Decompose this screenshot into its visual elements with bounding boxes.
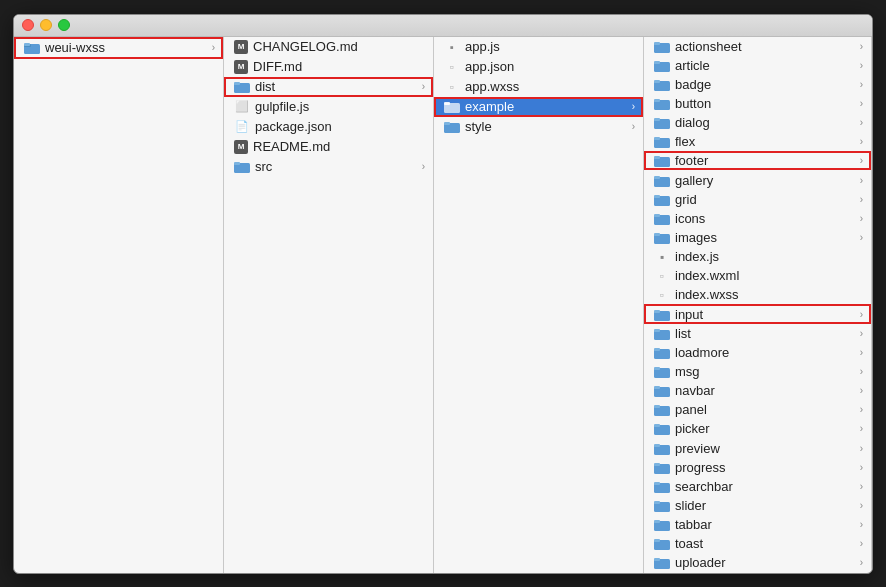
item-label: toast xyxy=(675,536,703,551)
list-item-tabbar[interactable]: tabbar › xyxy=(644,515,871,534)
svg-rect-58 xyxy=(654,539,660,542)
title-bar xyxy=(14,15,872,37)
chevron-icon: › xyxy=(860,443,863,454)
list-item-gallery[interactable]: gallery › xyxy=(644,170,871,189)
maximize-button[interactable] xyxy=(58,19,70,31)
list-item[interactable]: M DIFF.md xyxy=(224,57,433,77)
list-item-images[interactable]: images › xyxy=(644,228,871,247)
sidebar-item-weui-wxss[interactable]: weui-wxss › xyxy=(14,37,223,59)
item-label: panel xyxy=(675,402,707,417)
list-item-picker[interactable]: picker › xyxy=(644,419,871,438)
list-item-flex[interactable]: flex › xyxy=(644,132,871,151)
list-item-style[interactable]: style › xyxy=(434,117,643,137)
list-item-slider[interactable]: slider › xyxy=(644,496,871,515)
item-label: weui-wxss xyxy=(45,40,105,55)
item-label: index.wxss xyxy=(675,287,739,302)
chevron-icon: › xyxy=(860,366,863,377)
svg-rect-52 xyxy=(654,482,660,485)
chevron-icon: › xyxy=(860,60,863,71)
list-item[interactable]: ⬜ gulpfile.js xyxy=(224,97,433,117)
list-item-navbar[interactable]: navbar › xyxy=(644,381,871,400)
list-item-list[interactable]: list › xyxy=(644,324,871,343)
list-item-footer[interactable]: footer › xyxy=(644,151,871,170)
folder-icon xyxy=(654,363,670,379)
chevron-icon: › xyxy=(860,41,863,52)
list-item[interactable]: M README.md xyxy=(224,137,433,157)
svg-rect-14 xyxy=(654,61,660,64)
list-item-toast[interactable]: toast › xyxy=(644,534,871,553)
folder-icon xyxy=(24,40,40,56)
list-item-msg[interactable]: msg › xyxy=(644,362,871,381)
svg-rect-10 xyxy=(444,122,450,125)
file-icon: ▫ xyxy=(444,59,460,75)
list-item-badge[interactable]: badge › xyxy=(644,75,871,94)
folder-icon xyxy=(654,115,670,131)
list-item[interactable]: ▫ app.json xyxy=(434,57,643,77)
list-item[interactable]: ▫ app.wxss xyxy=(434,77,643,97)
folder-icon xyxy=(654,344,670,360)
folder-icon xyxy=(654,172,670,188)
folder-icon xyxy=(654,497,670,513)
folder-icon xyxy=(654,57,670,73)
chevron-icon: › xyxy=(860,194,863,205)
item-label: list xyxy=(675,326,691,341)
list-item-dialog[interactable]: dialog › xyxy=(644,113,871,132)
item-label: slider xyxy=(675,498,706,513)
item-label: loadmore xyxy=(675,345,729,360)
folder-icon xyxy=(654,153,670,169)
svg-rect-26 xyxy=(654,176,660,179)
close-button[interactable] xyxy=(22,19,34,31)
item-label: preview xyxy=(675,441,720,456)
folder-icon xyxy=(654,191,670,207)
folder-icon xyxy=(654,459,670,475)
list-item-panel[interactable]: panel › xyxy=(644,400,871,419)
list-item-grid[interactable]: grid › xyxy=(644,190,871,209)
list-item-index-wxss[interactable]: ▫ index.wxss xyxy=(644,285,871,304)
list-item-dist[interactable]: dist › xyxy=(224,77,433,97)
chevron-icon: › xyxy=(860,79,863,90)
list-item-progress[interactable]: progress › xyxy=(644,458,871,477)
js-icon: ⬜ xyxy=(234,99,250,115)
folder-icon xyxy=(654,421,670,437)
list-item[interactable]: 📄 package.json xyxy=(224,117,433,137)
list-item-icons[interactable]: icons › xyxy=(644,209,871,228)
item-label: article xyxy=(675,58,710,73)
list-item-index-wxml[interactable]: ▫ index.wxml xyxy=(644,266,871,285)
item-label: example xyxy=(465,99,514,114)
list-item-searchbar[interactable]: searchbar › xyxy=(644,477,871,496)
item-label: button xyxy=(675,96,711,111)
item-label: package.json xyxy=(255,119,332,134)
list-item[interactable]: M CHANGELOG.md xyxy=(224,37,433,57)
list-item-example[interactable]: example › xyxy=(434,97,643,117)
svg-rect-32 xyxy=(654,233,660,236)
file-icon: ▫ xyxy=(654,287,670,303)
folder-icon xyxy=(654,517,670,533)
list-item-src[interactable]: src › xyxy=(224,157,433,177)
chevron-icon: › xyxy=(632,121,635,132)
svg-rect-38 xyxy=(654,348,660,351)
traffic-lights xyxy=(22,19,70,31)
list-item-actionsheet[interactable]: actionsheet › xyxy=(644,37,871,56)
file-icon: 📄 xyxy=(234,119,250,135)
svg-rect-24 xyxy=(654,156,660,159)
list-item-index-js[interactable]: ▪ index.js xyxy=(644,247,871,266)
item-label: app.js xyxy=(465,39,500,54)
chevron-icon: › xyxy=(422,161,425,172)
list-item-input[interactable]: input › xyxy=(644,304,871,323)
item-label: gulpfile.js xyxy=(255,99,309,114)
item-label: README.md xyxy=(253,139,330,154)
item-label: src xyxy=(255,159,272,174)
minimize-button[interactable] xyxy=(40,19,52,31)
list-item-loadmore[interactable]: loadmore › xyxy=(644,343,871,362)
item-label: DIFF.md xyxy=(253,59,302,74)
list-item-button[interactable]: button › xyxy=(644,94,871,113)
list-item-preview[interactable]: preview › xyxy=(644,438,871,457)
folder-icon xyxy=(654,383,670,399)
list-item-article[interactable]: article › xyxy=(644,56,871,75)
item-label: CHANGELOG.md xyxy=(253,39,358,54)
list-item[interactable]: ▪ app.js xyxy=(434,37,643,57)
svg-rect-46 xyxy=(654,424,660,427)
column-1: weui-wxss › xyxy=(14,37,224,573)
file-icon: ▫ xyxy=(444,79,460,95)
list-item-uploader[interactable]: uploader › xyxy=(644,553,871,572)
